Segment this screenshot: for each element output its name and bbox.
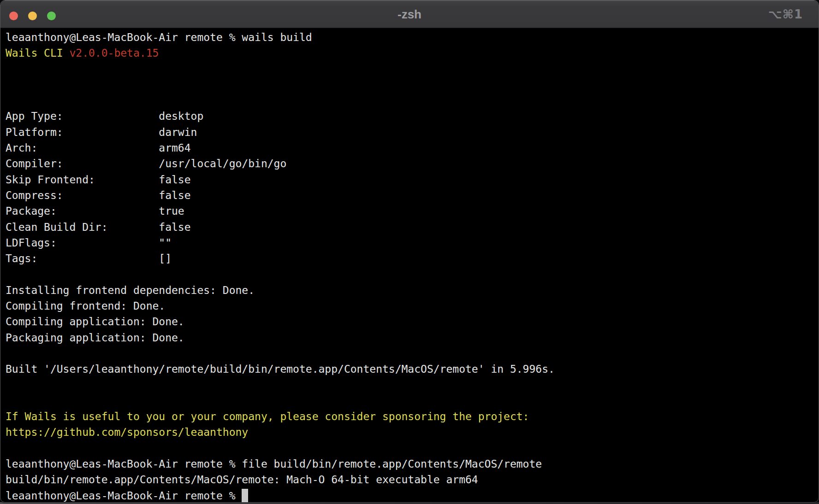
terminal-text: Platform: darwin <box>6 126 197 138</box>
terminal-line: leaanthony@Leas-MacBook-Air remote % fil… <box>6 456 814 472</box>
terminal-text: Tags: [] <box>6 252 172 264</box>
terminal-text: LDFlags: "" <box>6 237 172 249</box>
terminal-line: Compiling frontend: Done. <box>6 298 814 314</box>
terminal-window: -zsh ⌥⌘1 leaanthony@Leas-MacBook-Air rem… <box>0 0 819 503</box>
close-button[interactable] <box>9 12 18 20</box>
terminal-text: Compiling application: Done. <box>6 316 184 328</box>
terminal-line <box>6 266 814 282</box>
zoom-button[interactable] <box>47 12 56 20</box>
terminal-text: leaanthony@Leas-MacBook-Air remote % fil… <box>6 458 542 470</box>
cursor <box>242 489 248 503</box>
terminal-line <box>6 377 814 393</box>
window-shortcut-indicator: ⌥⌘1 <box>768 0 803 28</box>
terminal-text: https://github.com/sponsors/leaanthony <box>6 426 248 438</box>
terminal-line <box>6 61 814 77</box>
terminal-line <box>6 346 814 361</box>
terminal-line: Wails CLI v2.0.0-beta.15 <box>6 45 814 61</box>
terminal-line: Compiler: /usr/local/go/bin/go <box>6 156 814 171</box>
terminal-text: Packaging application: Done. <box>6 332 184 344</box>
terminal-text: leaanthony@Leas-MacBook-Air remote % <box>6 490 242 502</box>
terminal-text: leaanthony@Leas-MacBook-Air remote % wai… <box>6 31 312 43</box>
terminal-line: leaanthony@Leas-MacBook-Air remote % wai… <box>6 29 814 45</box>
screen: -zsh ⌥⌘1 leaanthony@Leas-MacBook-Air rem… <box>0 0 819 504</box>
terminal-line: Compress: false <box>6 188 814 203</box>
terminal-text: Arch: arm64 <box>6 142 191 154</box>
terminal-line: If Wails is useful to you or your compan… <box>6 409 814 424</box>
terminal-line: Tags: [] <box>6 251 814 266</box>
window-title: -zsh <box>0 0 819 28</box>
terminal-line: Installing frontend dependencies: Done. <box>6 282 814 298</box>
terminal-line: https://github.com/sponsors/leaanthony <box>6 424 814 440</box>
terminal-text: Clean Build Dir: false <box>6 221 191 233</box>
traffic-lights <box>9 12 56 20</box>
terminal-text: Compress: false <box>6 189 191 201</box>
terminal-text: If Wails is useful to you or your compan… <box>6 410 529 422</box>
terminal-line: Compiling application: Done. <box>6 314 814 329</box>
terminal-line: Built '/Users/leaanthony/remote/build/bi… <box>6 361 814 377</box>
minimize-button[interactable] <box>28 12 37 20</box>
terminal-line: Platform: darwin <box>6 124 814 140</box>
terminal-line: Skip Frontend: false <box>6 172 814 188</box>
terminal-line: Clean Build Dir: false <box>6 219 814 235</box>
terminal-line <box>6 440 814 456</box>
terminal-text: Compiling frontend: Done. <box>6 300 165 312</box>
terminal-text: Skip Frontend: false <box>6 174 191 186</box>
terminal-line <box>6 393 814 409</box>
terminal-line: Arch: arm64 <box>6 140 814 156</box>
terminal-text: Compiler: /usr/local/go/bin/go <box>6 158 286 170</box>
terminal-text: v2.0.0-beta.15 <box>69 47 159 59</box>
terminal-output[interactable]: leaanthony@Leas-MacBook-Air remote % wai… <box>0 28 819 503</box>
terminal-text: Wails CLI <box>6 47 69 59</box>
terminal-line: leaanthony@Leas-MacBook-Air remote % <box>6 488 814 503</box>
terminal-line <box>6 77 814 93</box>
terminal-line: Package: true <box>6 203 814 219</box>
terminal-text: Built '/Users/leaanthony/remote/build/bi… <box>6 363 555 375</box>
terminal-line: LDFlags: "" <box>6 235 814 251</box>
titlebar[interactable]: -zsh ⌥⌘1 <box>0 0 819 28</box>
terminal-line <box>6 93 814 108</box>
terminal-text: Package: true <box>6 205 184 217</box>
terminal-text: Installing frontend dependencies: Done. <box>6 284 255 296</box>
terminal-text: build/bin/remote.app/Contents/MacOS/remo… <box>6 474 478 486</box>
terminal-text: App Type: desktop <box>6 110 203 122</box>
terminal-line: App Type: desktop <box>6 108 814 124</box>
terminal-line: build/bin/remote.app/Contents/MacOS/remo… <box>6 472 814 487</box>
terminal-line: Packaging application: Done. <box>6 330 814 346</box>
